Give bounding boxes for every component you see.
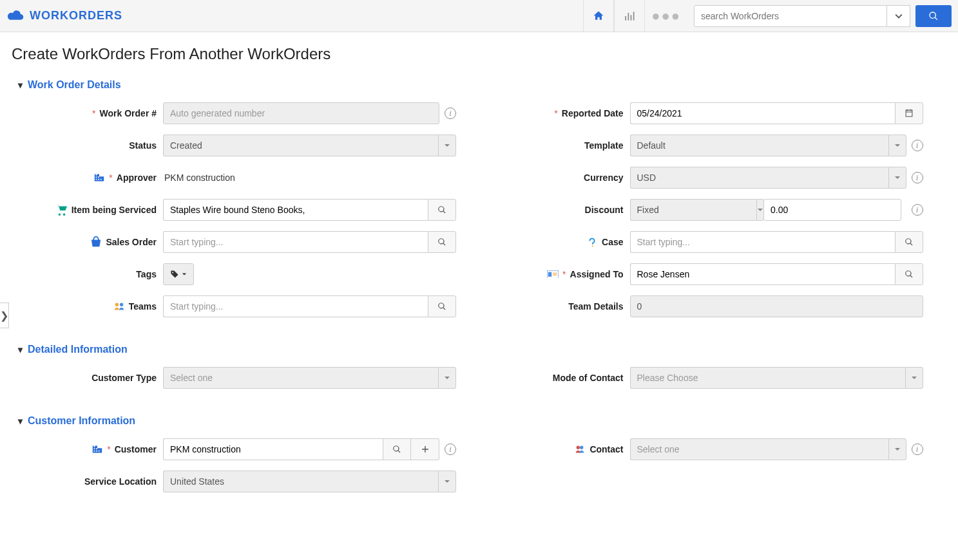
calendar-button[interactable]	[895, 102, 923, 124]
contact-select[interactable]	[630, 438, 888, 460]
topbar-actions: ●●●	[583, 0, 952, 32]
chevron-down-icon: ▾	[18, 80, 23, 90]
lookup-button[interactable]	[428, 295, 456, 317]
info-icon[interactable]: i	[912, 443, 923, 455]
teams-label: Teams	[18, 301, 163, 312]
item-serviced-input[interactable]	[163, 199, 428, 221]
search-input[interactable]	[694, 5, 887, 27]
search-box	[694, 5, 952, 27]
dropdown-caret[interactable]	[905, 367, 923, 389]
id-card-icon	[547, 268, 559, 280]
section-customer-information[interactable]: ▾ Customer Information	[18, 415, 939, 427]
team-icon	[113, 301, 125, 312]
customer-type-select[interactable]	[163, 367, 438, 389]
mode-of-contact-select[interactable]	[630, 367, 905, 389]
analytics-button[interactable]	[614, 0, 645, 32]
tags-button[interactable]	[163, 263, 194, 285]
svg-point-11	[577, 446, 580, 449]
lookup-button[interactable]	[428, 231, 456, 253]
service-location-label: Service Location	[18, 476, 163, 487]
brand-text: WORKORDERS	[30, 9, 122, 23]
home-button[interactable]	[583, 0, 614, 32]
dropdown-caret[interactable]	[438, 367, 456, 389]
dropdown-caret[interactable]	[438, 471, 456, 492]
sales-order-input[interactable]	[163, 231, 428, 253]
service-location-select[interactable]	[163, 471, 438, 492]
add-button[interactable]	[411, 438, 439, 460]
reported-date-input[interactable]	[630, 102, 895, 124]
more-menu[interactable]: ●●●	[645, 8, 687, 24]
svg-point-5	[120, 303, 123, 306]
cloud-icon	[6, 10, 24, 23]
side-panel-toggle[interactable]: ❯	[0, 303, 9, 328]
topbar: WORKORDERS ●●●	[0, 0, 958, 32]
svg-point-6	[592, 245, 593, 247]
team-details-label: Team Details	[485, 301, 630, 312]
tags-label: Tags	[18, 269, 163, 279]
bag-icon	[90, 236, 102, 248]
reported-date-label: *Reported Date	[485, 108, 630, 118]
building-icon	[91, 443, 103, 455]
lookup-button[interactable]	[428, 199, 456, 221]
chevron-down-icon: ▾	[18, 344, 23, 355]
dropdown-caret[interactable]	[438, 135, 456, 156]
section-title: Detailed Information	[28, 344, 128, 355]
page-title: Create WorkOrders From Another WorkOrder…	[12, 45, 939, 63]
work-order-num-input	[163, 102, 439, 124]
lookup-button[interactable]	[383, 438, 411, 460]
currency-select[interactable]	[630, 167, 888, 189]
customer-label: *Customer	[18, 443, 163, 455]
dropdown-caret[interactable]	[888, 167, 906, 189]
dropdown-caret[interactable]	[888, 438, 906, 460]
sales-order-label: Sales Order	[18, 236, 163, 248]
template-label: Template	[485, 140, 630, 151]
brand: WORKORDERS	[6, 9, 122, 23]
assigned-to-input[interactable]	[630, 263, 895, 285]
dropdown-caret[interactable]	[756, 199, 764, 221]
status-select[interactable]	[163, 135, 438, 156]
approver-label: *Approver	[18, 172, 163, 183]
work-order-num-label: *Work Order #	[18, 108, 163, 118]
content: ❯ Create WorkOrders From Another WorkOrd…	[0, 32, 958, 528]
contact-label: Contact	[485, 443, 630, 455]
team-details-input	[630, 295, 923, 317]
teams-input[interactable]	[163, 295, 428, 317]
item-serviced-label: Item being Serviced	[18, 204, 163, 216]
chevron-down-icon: ▾	[18, 416, 23, 426]
lookup-button[interactable]	[895, 231, 923, 253]
assigned-to-label: *Assigned To	[485, 268, 630, 280]
mode-of-contact-label: Mode of Contact	[485, 373, 630, 383]
info-icon[interactable]: i	[912, 172, 923, 183]
info-icon[interactable]: i	[912, 140, 923, 151]
search-dropdown[interactable]	[887, 5, 910, 27]
section-title: Work Order Details	[28, 79, 121, 91]
approver-value: PKM construction	[163, 173, 235, 183]
svg-point-12	[580, 446, 583, 449]
status-label: Status	[18, 140, 163, 151]
discount-value-input[interactable]	[763, 199, 901, 221]
question-icon	[586, 236, 598, 248]
info-icon[interactable]: i	[445, 107, 456, 119]
dropdown-caret[interactable]	[888, 135, 906, 156]
customer-input[interactable]	[163, 438, 383, 460]
case-label: Case	[485, 236, 630, 248]
people-icon	[574, 443, 586, 455]
cart-icon	[56, 204, 68, 216]
info-icon[interactable]: i	[912, 204, 923, 216]
section-work-order-details[interactable]: ▾ Work Order Details	[18, 79, 939, 91]
lookup-button[interactable]	[895, 263, 923, 285]
discount-type-select[interactable]	[630, 199, 756, 221]
section-title: Customer Information	[28, 415, 135, 427]
currency-label: Currency	[485, 173, 630, 183]
search-button[interactable]	[915, 5, 952, 27]
section-detailed-information[interactable]: ▾ Detailed Information	[18, 344, 939, 355]
discount-label: Discount	[485, 205, 630, 215]
template-select[interactable]	[630, 135, 888, 156]
info-icon[interactable]: i	[445, 443, 456, 455]
svg-rect-8	[548, 272, 551, 276]
customer-type-label: Customer Type	[18, 373, 163, 383]
case-input[interactable]	[630, 231, 895, 253]
building-icon	[93, 172, 105, 183]
svg-point-4	[115, 303, 118, 306]
